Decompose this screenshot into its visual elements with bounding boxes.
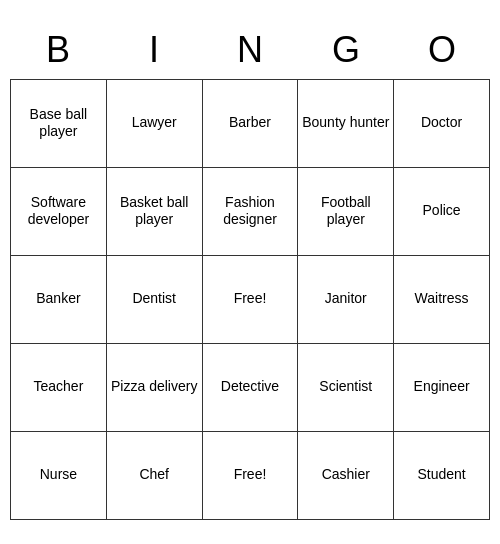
bingo-cell: Football player (298, 167, 394, 255)
bingo-grid: Base ball playerLawyerBarberBounty hunte… (10, 79, 490, 520)
table-row: Base ball playerLawyerBarberBounty hunte… (11, 79, 490, 167)
bingo-cell: Detective (202, 343, 298, 431)
bingo-cell: Free! (202, 255, 298, 343)
bingo-header: BINGO (10, 25, 490, 75)
bingo-cell: Scientist (298, 343, 394, 431)
bingo-cell: Pizza delivery (106, 343, 202, 431)
table-row: BankerDentistFree!JanitorWaitress (11, 255, 490, 343)
bingo-cell: Chef (106, 431, 202, 519)
header-letter: O (394, 25, 490, 75)
bingo-cell: Software developer (11, 167, 107, 255)
bingo-cell: Free! (202, 431, 298, 519)
bingo-cell: Engineer (394, 343, 490, 431)
bingo-cell: Cashier (298, 431, 394, 519)
bingo-cell: Police (394, 167, 490, 255)
bingo-cell: Banker (11, 255, 107, 343)
bingo-cell: Bounty hunter (298, 79, 394, 167)
header-letter: N (202, 25, 298, 75)
bingo-cell: Waitress (394, 255, 490, 343)
bingo-cell: Basket ball player (106, 167, 202, 255)
bingo-cell: Doctor (394, 79, 490, 167)
header-letter: B (10, 25, 106, 75)
bingo-cell: Lawyer (106, 79, 202, 167)
bingo-card: BINGO Base ball playerLawyerBarberBounty… (10, 25, 490, 520)
header-letter: G (298, 25, 394, 75)
bingo-cell: Fashion designer (202, 167, 298, 255)
header-letter: I (106, 25, 202, 75)
table-row: Software developerBasket ball playerFash… (11, 167, 490, 255)
bingo-cell: Base ball player (11, 79, 107, 167)
bingo-cell: Student (394, 431, 490, 519)
bingo-cell: Barber (202, 79, 298, 167)
bingo-cell: Nurse (11, 431, 107, 519)
bingo-cell: Dentist (106, 255, 202, 343)
table-row: NurseChefFree!CashierStudent (11, 431, 490, 519)
bingo-cell: Janitor (298, 255, 394, 343)
table-row: TeacherPizza deliveryDetectiveScientistE… (11, 343, 490, 431)
bingo-cell: Teacher (11, 343, 107, 431)
